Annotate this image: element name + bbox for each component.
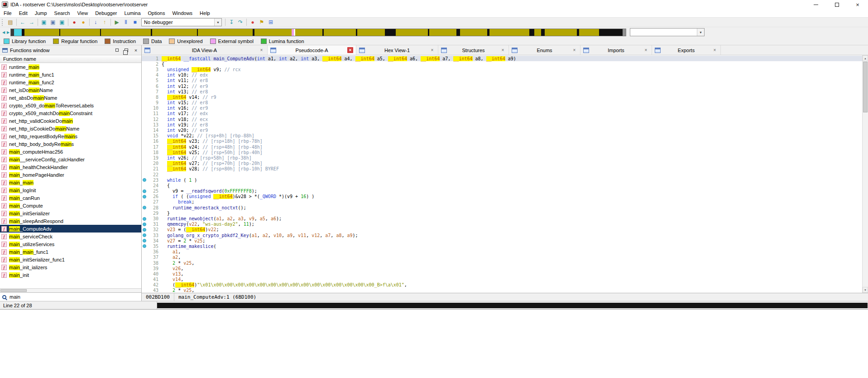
- tab-close-icon[interactable]: ×: [500, 47, 506, 53]
- code-line-32[interactable]: 32 v23 = (__int64)v22;: [142, 227, 862, 233]
- menu-view[interactable]: View: [73, 9, 91, 17]
- pseudocode-area[interactable]: 1__int64 __fastcall main_ComputeAdv(int …: [142, 55, 862, 293]
- hscrollbar-thumb-dark[interactable]: [157, 303, 868, 308]
- tab-enums[interactable]: Enums×: [509, 45, 580, 55]
- navigation-band[interactable]: [10, 29, 626, 36]
- code-line-18[interactable]: 18 __int64 v25; // [rsp+50h] [rbp-40h]: [142, 150, 862, 155]
- code-line-5[interactable]: 5 int v11; // er8: [142, 78, 862, 83]
- function-row[interactable]: fnet_absDomainName: [0, 94, 141, 102]
- function-row[interactable]: fruntime_main_func1: [0, 71, 141, 78]
- code-line-4[interactable]: 4 int v10; // edx: [142, 73, 862, 78]
- function-row[interactable]: fnet_http_validCookieDomain: [0, 117, 141, 125]
- code-line-35[interactable]: 35 runtime_makeslice(: [142, 243, 862, 249]
- function-row[interactable]: fmain__serviceConfig_calcHandler: [0, 155, 141, 163]
- toolbar-grip[interactable]: [2, 19, 4, 26]
- tab-pseudocode-a[interactable]: Pseudocode-A×: [268, 45, 356, 55]
- debugger-select[interactable]: No debugger▼: [141, 18, 222, 26]
- code-line-41[interactable]: 41 v14,: [142, 277, 862, 282]
- stop-process-icon[interactable]: ■: [130, 18, 139, 27]
- code-line-20[interactable]: 20 __int64 v27; // [rsp+70h] [rbp-20h]: [142, 161, 862, 166]
- tab-close-icon[interactable]: ×: [347, 47, 353, 53]
- navband-search-combo[interactable]: ▼: [630, 28, 705, 36]
- function-row[interactable]: fruntime_main_func2: [0, 78, 141, 86]
- code-line-31[interactable]: 31 qmemcpy(v22, "ws-aus-day2", 11);: [142, 222, 862, 227]
- tab-close-icon[interactable]: ×: [429, 47, 435, 53]
- scroll-down-icon[interactable]: ▼: [863, 287, 868, 293]
- function-row[interactable]: fcrypto_x509_matchDomainConstraint: [0, 109, 141, 117]
- tab-hex-view-1[interactable]: Hex View-1×: [356, 45, 438, 55]
- scrollbar-thumb[interactable]: [863, 62, 868, 112]
- function-row[interactable]: fnet_http_isCookieDomainName: [0, 125, 141, 132]
- code-line-1[interactable]: 1__int64 __fastcall main_ComputeAdv(int …: [142, 56, 862, 61]
- code-line-42[interactable]: 42 (__int64)"\x01\x00\x00\x00\x00\x00\x0…: [142, 282, 862, 288]
- code-line-21[interactable]: 21 __int64 v28; // [rsp+80h] [rbp-10h] B…: [142, 166, 862, 172]
- restore-panel-button[interactable]: [114, 47, 120, 53]
- function-row[interactable]: fmain_main: [0, 179, 141, 186]
- close-panel-button[interactable]: ×: [133, 47, 139, 53]
- code-line-14[interactable]: 14 int v20; // er9: [142, 127, 862, 133]
- function-row[interactable]: fmain_computeHmac256: [0, 148, 141, 155]
- menu-jump[interactable]: Jump: [31, 9, 51, 17]
- code-line-13[interactable]: 13 int v19; // er8: [142, 122, 862, 127]
- code-line-25[interactable]: 25 v9 = __readfsqword(0xFFFFFFF8);: [142, 189, 862, 194]
- minimize-button[interactable]: [806, 0, 826, 9]
- code-line-7[interactable]: 7 int v13; // er8: [142, 89, 862, 94]
- menu-lumina[interactable]: Lumina: [120, 9, 144, 17]
- menu-file[interactable]: File: [0, 9, 15, 17]
- function-row[interactable]: fmain_initSerializer_func1: [0, 256, 141, 263]
- menu-help[interactable]: Help: [196, 9, 214, 17]
- tab-close-icon[interactable]: ×: [643, 47, 649, 53]
- close-button[interactable]: ×: [847, 0, 868, 9]
- code-line-19[interactable]: 19 int v26; // [rsp+58h] [rbp-38h]: [142, 155, 862, 160]
- code-line-9[interactable]: 9 int v15; // er8: [142, 100, 862, 106]
- tab-imports[interactable]: Imports×: [580, 45, 652, 55]
- breakpoint-icon[interactable]: ●: [248, 18, 257, 27]
- code-line-40[interactable]: 40 v13,: [142, 271, 862, 276]
- windows-list-icon[interactable]: ▣: [48, 18, 58, 27]
- code-line-11[interactable]: 11 int v17; // edx: [142, 111, 862, 116]
- code-line-29[interactable]: 29 }: [142, 210, 862, 216]
- function-row[interactable]: fmain_initSerializer: [0, 209, 141, 217]
- desktop-icon[interactable]: ▣: [39, 18, 48, 27]
- code-line-30[interactable]: 30 runtime_newobject(a1, a2, a3, v9, a5,…: [142, 216, 862, 221]
- back-icon[interactable]: ←: [18, 18, 27, 27]
- function-row[interactable]: fnet_isDomainName: [0, 86, 141, 94]
- function-row[interactable]: fmain_canRun: [0, 194, 141, 202]
- code-line-36[interactable]: 36 a1,: [142, 249, 862, 255]
- code-line-12[interactable]: 12 int v18; // ecx: [142, 116, 862, 122]
- code-line-2[interactable]: 2{: [142, 61, 862, 67]
- tab-close-icon[interactable]: ×: [259, 47, 264, 53]
- function-row[interactable]: fmain_logInit: [0, 186, 141, 194]
- function-name-column-header[interactable]: Function name: [0, 55, 141, 63]
- navband-right-arrow-icon[interactable]: ▶: [6, 29, 10, 36]
- function-row[interactable]: fmain_healthCheckHandler: [0, 163, 141, 171]
- menu-debugger[interactable]: Debugger: [91, 9, 120, 17]
- scrollbar-track[interactable]: [863, 113, 868, 287]
- function-list-hscrollbar[interactable]: [0, 288, 141, 292]
- function-row[interactable]: fmain_serviceCheck: [0, 233, 141, 240]
- chevron-down-icon[interactable]: ▼: [697, 29, 704, 36]
- tab-close-icon[interactable]: ×: [571, 47, 577, 53]
- function-row[interactable]: fmain_Compute: [0, 202, 141, 209]
- function-row[interactable]: fmain_ComputeAdv: [0, 225, 141, 233]
- code-line-34[interactable]: 34 v27 = 2 * v25;: [142, 238, 862, 243]
- code-line-26[interactable]: 26 if ( (unsigned __int64)&v28 > *(_QWOR…: [142, 194, 862, 199]
- new-file-icon[interactable]: ▤: [6, 18, 15, 27]
- code-line-37[interactable]: 37 a2,: [142, 255, 862, 260]
- code-line-33[interactable]: 33 golang_org_x_crypto_pbkdf2_Key(a1, a2…: [142, 233, 862, 238]
- code-line-22[interactable]: 22: [142, 172, 862, 177]
- menu-edit[interactable]: Edit: [15, 9, 31, 17]
- function-row[interactable]: fmain_init_ializers: [0, 263, 141, 271]
- functions-window-header[interactable]: Functions window ×: [0, 45, 141, 55]
- tab-exports[interactable]: Exports×: [652, 45, 721, 55]
- code-line-17[interactable]: 17 __int64 v24; // [rsp+48h] [rbp-48h]: [142, 144, 862, 150]
- menu-options[interactable]: Options: [144, 9, 169, 17]
- code-line-43[interactable]: 43 2 * v25,: [142, 288, 862, 293]
- code-line-28[interactable]: 28 runtime_morestack_noctxt();: [142, 205, 862, 210]
- forward-icon[interactable]: →: [27, 18, 36, 27]
- scroll-up-icon[interactable]: ▲: [863, 55, 868, 61]
- code-line-8[interactable]: 8 __int64 v14; // r9: [142, 94, 862, 100]
- navband-left-arrow-icon[interactable]: ◀: [1, 29, 6, 36]
- start-process-icon[interactable]: ▶: [112, 18, 121, 27]
- code-line-16[interactable]: 16 __int64 v23; // [rsp+18h] [rbp-78h]: [142, 139, 862, 144]
